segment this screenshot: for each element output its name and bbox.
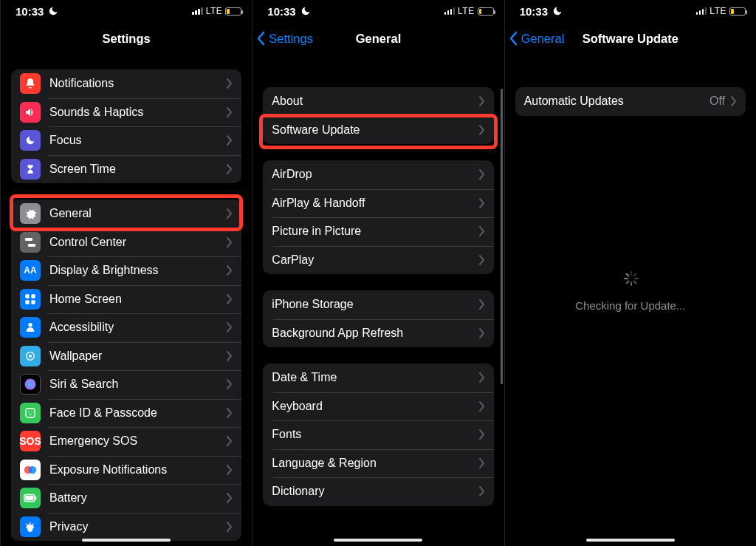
row-control-center[interactable]: Control Center [11, 228, 241, 257]
back-button[interactable]: Settings [257, 22, 313, 55]
row-label: Sounds & Haptics [49, 106, 227, 119]
moon-icon [20, 130, 41, 151]
row-iphone-storage[interactable]: iPhone Storage [263, 290, 493, 319]
svg-point-4 [28, 323, 32, 327]
row-privacy[interactable]: Privacy [11, 513, 241, 542]
svg-rect-14 [25, 496, 33, 500]
row-wallpaper[interactable]: Wallpaper [11, 342, 241, 371]
signal-icon [696, 7, 707, 15]
clock: 10:33 [267, 5, 295, 18]
chevron-right-icon [227, 107, 233, 117]
back-label: Settings [269, 32, 313, 46]
row-face-id-passcode[interactable]: Face ID & Passcode [11, 399, 241, 428]
row-label: Display & Brightness [49, 264, 227, 277]
row-picture-in-picture[interactable]: Picture in Picture [263, 217, 493, 246]
row-dictionary[interactable]: Dictionary [263, 477, 493, 506]
person-icon [20, 317, 41, 338]
svg-point-12 [29, 466, 37, 474]
row-label: Wallpaper [49, 349, 227, 363]
row-label: AirPlay & Handoff [272, 197, 478, 210]
row-battery[interactable]: Battery [11, 484, 241, 513]
svg-rect-1 [31, 294, 35, 298]
back-button[interactable]: General [509, 22, 565, 55]
nav-bar: General Software Update [505, 22, 756, 55]
chevron-right-icon [227, 436, 233, 446]
page-title: Settings [103, 32, 151, 46]
grid-icon [20, 289, 41, 310]
row-language-region[interactable]: Language & Region [263, 449, 493, 478]
battery-icon [729, 7, 746, 16]
row-screen-time[interactable]: Screen Time [11, 155, 241, 184]
chevron-right-icon [227, 493, 233, 503]
row-emergency-sos[interactable]: SOSEmergency SOS [11, 427, 241, 456]
row-label: Screen Time [49, 163, 227, 176]
bell-icon [20, 73, 41, 94]
chevron-right-icon [479, 401, 485, 412]
chevron-right-icon [227, 351, 233, 361]
siri-icon [20, 374, 41, 395]
network-label: LTE [458, 6, 475, 16]
row-about[interactable]: About [263, 87, 493, 116]
page-title: General [356, 32, 401, 46]
network-label: LTE [206, 6, 223, 16]
row-carplay[interactable]: CarPlay [263, 246, 493, 275]
svg-rect-0 [25, 294, 29, 298]
moon-icon [48, 6, 58, 16]
row-sounds-haptics[interactable]: Sounds & Haptics [11, 98, 241, 127]
row-label: Automatic Updates [524, 95, 709, 108]
checking-label: Checking for Update... [515, 299, 746, 312]
chevron-right-icon [479, 255, 485, 265]
row-date-time[interactable]: Date & Time [263, 364, 493, 392]
clock: 10:33 [16, 5, 44, 18]
row-airplay-handoff[interactable]: AirPlay & Handoff [263, 189, 493, 218]
chevron-right-icon [227, 379, 233, 389]
row-fonts[interactable]: Fonts [263, 420, 493, 449]
network-label: LTE [709, 6, 726, 16]
row-siri-search[interactable]: Siri & Search [11, 370, 241, 399]
row-display-brightness[interactable]: AADisplay & Brightness [11, 256, 241, 285]
row-focus[interactable]: Focus [11, 126, 241, 155]
row-label: Control Center [49, 236, 227, 249]
back-label: General [521, 32, 565, 46]
chevron-right-icon [227, 265, 233, 276]
chevron-right-icon [479, 429, 485, 440]
row-label: Picture in Picture [272, 225, 478, 238]
scroll-indicator[interactable] [501, 89, 503, 384]
row-software-update[interactable]: Software Update [263, 116, 493, 145]
battery-icon [20, 488, 41, 508]
row-notifications[interactable]: Notifications [11, 69, 241, 98]
home-indicator[interactable] [586, 539, 675, 542]
svg-point-9 [28, 412, 30, 413]
row-home-screen[interactable]: Home Screen [11, 285, 241, 314]
svg-rect-3 [31, 300, 35, 304]
chevron-right-icon [479, 299, 485, 310]
row-label: Focus [49, 134, 227, 147]
svg-rect-8 [26, 409, 35, 417]
moon-icon [552, 6, 563, 16]
chevron-right-icon [227, 135, 233, 146]
row-general[interactable]: General [11, 199, 241, 228]
svg-rect-15 [35, 496, 37, 500]
row-automatic-updates[interactable]: Automatic Updates Off [515, 87, 746, 116]
row-exposure-notifications[interactable]: Exposure Notifications [11, 456, 241, 485]
row-accessibility[interactable]: Accessibility [11, 313, 241, 342]
chevron-right-icon [479, 328, 485, 338]
aa-icon: AA [20, 260, 41, 281]
chevron-right-icon [227, 208, 233, 219]
nav-bar: Settings [1, 22, 252, 55]
row-label: Keyboard [272, 400, 478, 413]
chevron-right-icon [227, 78, 233, 89]
face-icon [20, 403, 41, 423]
svg-point-10 [31, 412, 32, 413]
row-background-app-refresh[interactable]: Background App Refresh [263, 319, 493, 348]
chevron-right-icon [227, 294, 233, 304]
row-label: Siri & Search [49, 378, 227, 391]
row-keyboard[interactable]: Keyboard [263, 392, 493, 421]
signal-icon [444, 7, 456, 15]
home-indicator[interactable] [334, 539, 422, 542]
home-indicator[interactable] [82, 539, 171, 542]
chevron-right-icon [479, 486, 485, 496]
moon-icon [300, 6, 311, 16]
row-label: General [49, 207, 227, 220]
row-airdrop[interactable]: AirDrop [263, 160, 493, 189]
